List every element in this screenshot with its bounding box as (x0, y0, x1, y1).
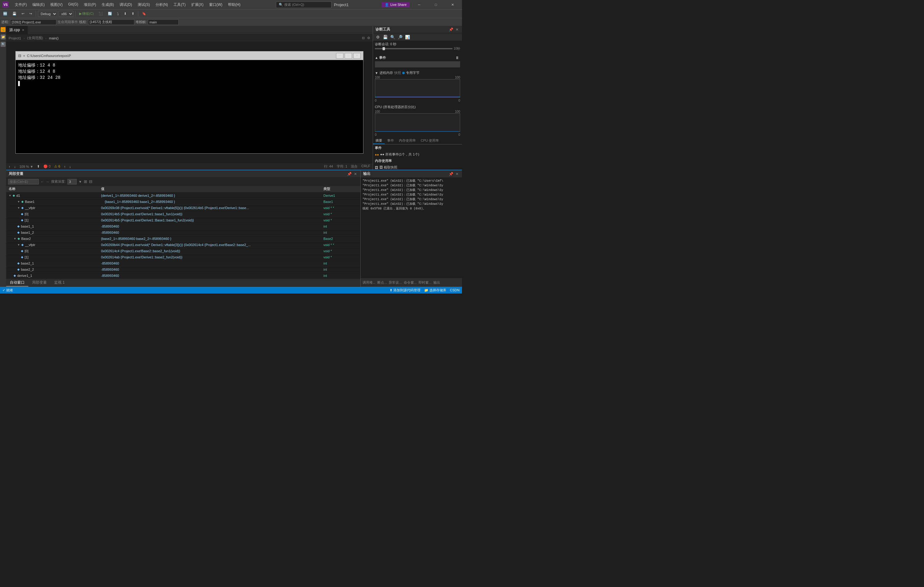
table-row[interactable]: ▼ ◆ Base1 {base1_1=-858993460 base1_2=-8… (10, 199, 360, 205)
console-close-btn[interactable]: ✕ (353, 53, 361, 59)
locals-tab-auto[interactable]: 自动窗口 (6, 279, 28, 287)
toolbar-new[interactable]: 🆕 (1, 11, 9, 16)
activity-search[interactable]: 🔍 (1, 42, 5, 47)
diagnostics-pin-icon[interactable]: 📌 (449, 27, 454, 32)
diag-tab-memory[interactable]: 内存使用率 (396, 138, 418, 144)
table-row[interactable]: ◆ [0] 0x002614b5 {Project1.exe!Derive1::… (6, 211, 360, 217)
table-row[interactable]: ◆ base1_1 -858993460 int (6, 223, 360, 229)
lifecycle-icon[interactable]: 生命周期事件 (58, 20, 78, 24)
status-select-repo[interactable]: 📁 选择存储库 (424, 288, 446, 293)
toolbar-save[interactable]: 💾 (10, 11, 18, 16)
char-info[interactable]: 字符: 1 (337, 164, 347, 169)
expand-base1-icon[interactable]: ▼ (17, 200, 20, 203)
diag-tab-events[interactable]: 事件 (385, 138, 396, 144)
search-nav-fwd[interactable]: → (46, 180, 49, 183)
tab-source-cpp[interactable]: 源.cpp ✕ (6, 26, 28, 35)
diagnostics-close-icon[interactable]: ✕ (455, 27, 460, 32)
search-depth-input[interactable] (68, 179, 77, 185)
console-maximize-btn[interactable]: □ (345, 53, 352, 59)
mode-info[interactable]: 混合 (351, 164, 358, 169)
expand-vfptr2-icon[interactable]: ▼ (17, 243, 20, 246)
process-input[interactable] (10, 20, 56, 25)
menu-window[interactable]: 窗口(W) (207, 2, 225, 8)
table-row[interactable]: ◆ derive1_1 -858993460 int (6, 272, 360, 279)
diag-tab-cpu[interactable]: CPU 使用率 (418, 138, 441, 144)
table-row[interactable]: ◆ [1] 0x002614ab {Project1.exe!Derive1::… (6, 254, 360, 260)
locals-close-icon[interactable]: ✕ (353, 171, 358, 176)
close-button[interactable]: ✕ (446, 0, 460, 9)
menu-view[interactable]: 视图(V) (48, 2, 65, 8)
down-arrow-icon[interactable]: ↓ (14, 165, 16, 168)
search-box[interactable]: 🔍 搜索 (Ctrl+Q) (276, 2, 332, 8)
collapse-all-btn[interactable]: ⊟ (89, 179, 92, 184)
diag-chart-btn[interactable]: 📊 (404, 34, 411, 40)
diag-pause-btn[interactable]: ⏸ (454, 54, 460, 61)
continue-button[interactable]: ▶ 继续(C) (77, 11, 96, 16)
breadcrumb-project[interactable]: Project1 (8, 36, 21, 40)
menu-extensions[interactable]: 扩展(X) (189, 2, 206, 8)
toolbar-redo[interactable]: ↪ (27, 11, 34, 16)
menu-build[interactable]: 生成(B) (99, 2, 116, 8)
nav-icon[interactable]: ⬆ (37, 165, 40, 168)
collapse-all-icon[interactable]: ⊟ (362, 36, 365, 40)
tab-close-icon[interactable]: ✕ (22, 28, 24, 32)
table-row[interactable]: ◆ base2_1 -858993460 int (6, 260, 360, 266)
step-over[interactable]: ⤵ (115, 12, 121, 16)
step-into[interactable]: ⬇ (122, 11, 129, 16)
status-csdn[interactable]: CSDN (450, 288, 460, 293)
console-minimize-btn[interactable]: ─ (336, 53, 343, 59)
table-row[interactable]: ▼ ◆ __vfptr 0x00269c08 {Project1.exe!voi… (6, 205, 360, 211)
table-row[interactable]: ▼ ◆ __vfptr 0x00269b44 {Project1.exe!voi… (6, 242, 360, 248)
search-nav-back[interactable]: ← (41, 180, 44, 183)
line-info[interactable]: 行: 44 (324, 164, 333, 169)
all-events-item[interactable]: ●● ●● 所有事件(1个，共 1个) (375, 152, 460, 157)
output-pin-icon[interactable]: 📌 (449, 171, 454, 176)
status-source-control[interactable]: ⬆ 添加到源代码管理 (389, 288, 421, 293)
locals-pin-icon[interactable]: 📌 (347, 171, 352, 176)
stack-input[interactable] (148, 20, 179, 25)
bookmark[interactable]: 🔖 (140, 11, 148, 16)
menu-test[interactable]: 测试(S) (135, 2, 152, 8)
thread-input[interactable] (88, 20, 134, 25)
diag-save-btn[interactable]: 💾 (382, 34, 388, 40)
menu-tools[interactable]: 工具(T) (171, 2, 188, 8)
locals-tab-watch1[interactable]: 监视 1 (51, 279, 68, 287)
up-arrow-icon[interactable]: ↑ (8, 165, 10, 168)
capture-snapshot-btn[interactable]: 🖼 🖼 截取快照 (375, 165, 460, 170)
table-row[interactable]: ◆ [1] 0x002614b5 {Project1.exe!Derive1::… (6, 217, 360, 223)
activity-explore[interactable]: 📁 (1, 35, 5, 40)
diag-timeline-slider[interactable] (375, 48, 452, 49)
encoding-info[interactable]: CRLF (361, 164, 370, 169)
platform-dropdown[interactable]: x86 (59, 11, 73, 17)
nav-down-icon[interactable]: ↓ (69, 165, 71, 168)
output-close-icon[interactable]: ✕ (455, 171, 460, 176)
warning-count[interactable]: ⚠ 6 (54, 165, 60, 168)
table-row[interactable]: ▼ ◆ Base2 {base2_1=-858993460 base2_2=-8… (6, 236, 360, 242)
table-row[interactable]: ◆ base1_2 -858993460 int (6, 229, 360, 236)
table-row[interactable]: ◆ [0] 0x002614c4 {Project1.exe!Base2::ba… (6, 248, 360, 254)
breadcrumb-function[interactable]: main() (49, 36, 59, 40)
table-row[interactable]: ▼ ◆ d1 {derive1_1=-858993460 derive1_2=-… (6, 193, 360, 199)
expand-d1-icon[interactable]: ▼ (8, 194, 12, 197)
step-out[interactable]: ⬆ (130, 11, 136, 16)
breadcrumb-scope[interactable]: (全局范围) (27, 36, 43, 40)
diag-tab-summary[interactable]: 摘要 (373, 138, 385, 144)
restart-button[interactable]: 🔄 (106, 11, 114, 16)
expand-vfptr1-icon[interactable]: ▼ (17, 206, 20, 209)
activity-debug[interactable]: 🐛 (1, 27, 5, 32)
memory-filter-icon[interactable]: ▼ (375, 71, 378, 75)
locals-search-input[interactable] (8, 179, 39, 185)
menu-project[interactable]: 项目(P) (81, 2, 99, 8)
menu-debug[interactable]: 调试(D) (117, 2, 135, 8)
settings-icon[interactable]: ⚙ (367, 36, 370, 40)
zoom-level[interactable]: 109 % ▼ (20, 165, 33, 168)
error-count[interactable]: 🔴 0 (43, 165, 51, 168)
menu-analyze[interactable]: 分析(N) (153, 2, 171, 8)
menu-help[interactable]: 帮助(H) (226, 2, 243, 8)
stop-button[interactable]: ⬛ (97, 11, 105, 16)
expand-base2-icon[interactable]: ▼ (13, 237, 16, 240)
status-ready[interactable]: ✓ 就绪 (2, 288, 13, 293)
minimize-button[interactable]: ─ (412, 0, 426, 9)
menu-git[interactable]: Git(G) (66, 2, 81, 8)
expand-all-btn[interactable]: ⊞ (84, 179, 87, 184)
